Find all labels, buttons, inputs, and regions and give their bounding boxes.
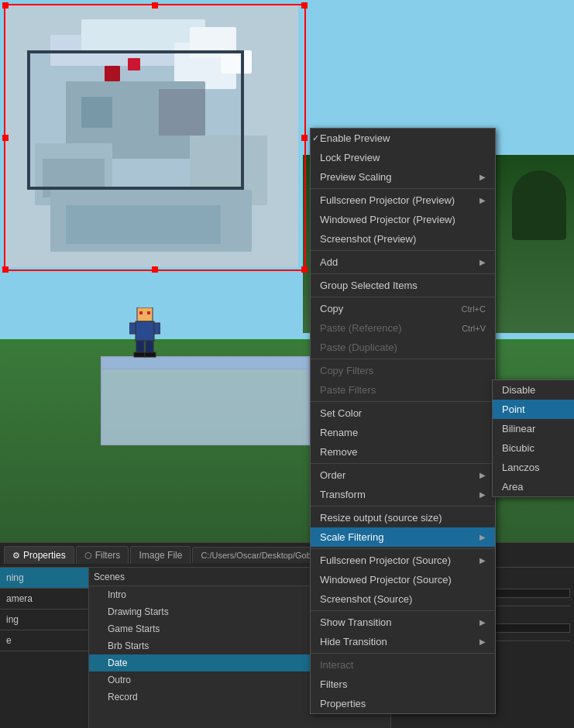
menu-interact[interactable]: Interact [311, 655, 495, 675]
menu-hide-transition[interactable]: Hide Transition ▶ [311, 632, 495, 651]
svg-rect-7 [105, 66, 120, 81]
svg-rect-29 [134, 352, 145, 357]
svg-rect-8 [128, 58, 140, 70]
sidebar-item-e[interactable]: e [0, 630, 88, 651]
menu-order[interactable]: Order ▶ [311, 465, 495, 485]
menu-enable-preview[interactable]: Enable Preview [311, 129, 495, 148]
submenu-item-point[interactable]: Point [493, 400, 574, 419]
svg-rect-17 [27, 50, 30, 190]
submenu-arrow-scaling: ▶ [479, 173, 486, 181]
menu-filters[interactable]: Filters [311, 675, 495, 694]
menu-sep-6 [311, 401, 495, 402]
pixel-art-area [4, 4, 298, 267]
menu-windowed-source[interactable]: Windowed Projector (Source) [311, 570, 495, 589]
menu-paste-filters[interactable]: Paste Filters [311, 380, 495, 400]
submenu-scale-filtering: Disable Point Bilinear Bicubic Lanczos A… [492, 379, 574, 497]
submenu-arrow-show-trans: ▶ [479, 618, 486, 627]
tab-filters[interactable]: ⬡ Filters [76, 546, 129, 564]
submenu-item-bicubic[interactable]: Bicubic [493, 438, 574, 458]
menu-sep-8 [311, 506, 495, 507]
menu-properties[interactable]: Properties [311, 694, 495, 713]
menu-transform[interactable]: Transform ▶ [311, 485, 495, 504]
menu-sep-9 [311, 548, 495, 549]
menu-resize-output[interactable]: Resize output (source size) [311, 508, 495, 527]
menu-preview-scaling[interactable]: Preview Scaling ▶ [311, 167, 495, 187]
filter-icon: ⬡ [84, 551, 92, 561]
menu-sep-1 [311, 188, 495, 189]
menu-show-transition[interactable]: Show Transition ▶ [311, 613, 495, 632]
svg-rect-16 [66, 205, 221, 244]
menu-screenshot-source[interactable]: Screenshot (Source) [311, 589, 495, 609]
menu-sep-4 [311, 297, 495, 297]
menu-add[interactable]: Add ▶ [311, 252, 495, 272]
menu-group-selected[interactable]: Group Selected Items [311, 276, 495, 295]
svg-rect-19 [27, 50, 244, 53]
menu-sep-11 [311, 653, 495, 654]
character-sprite [129, 307, 160, 360]
menu-sep-5 [311, 359, 495, 359]
menu-paste-ref[interactable]: Paste (Reference) Ctrl+V [311, 318, 495, 338]
tab-path[interactable]: C:/Users/Oscar/Desktop/Gobl [192, 547, 321, 563]
menu-fullscreen-source[interactable]: Fullscreen Projector (Source) ▶ [311, 551, 495, 570]
svg-rect-22 [139, 311, 143, 314]
menu-set-color[interactable]: Set Color [311, 403, 495, 423]
svg-rect-11 [159, 89, 205, 136]
svg-rect-30 [145, 352, 156, 357]
svg-rect-10 [81, 97, 112, 128]
context-menu: Enable Preview Lock Preview Preview Scal… [310, 128, 496, 714]
menu-windowed-preview[interactable]: Windowed Projector (Preview) [311, 210, 495, 229]
submenu-arrow-hide-trans: ▶ [479, 637, 486, 646]
pixel-sprite-svg [4, 4, 298, 267]
menu-paste-dup[interactable]: Paste (Duplicate) [311, 338, 495, 357]
sidebar-item-ing[interactable]: ing [0, 610, 88, 630]
submenu-arrow-fs: ▶ [479, 196, 486, 204]
submenu-arrow-scale: ▶ [479, 533, 486, 541]
menu-copy[interactable]: Copy Ctrl+C [311, 299, 495, 318]
menu-screenshot-preview[interactable]: Screenshot (Preview) [311, 229, 495, 249]
submenu-item-lanczos[interactable]: Lanczos [493, 458, 574, 477]
submenu-arrow-add: ▶ [479, 258, 486, 266]
submenu-item-area[interactable]: Area [493, 477, 574, 496]
platform [101, 356, 310, 445]
svg-rect-26 [154, 323, 160, 334]
menu-remove[interactable]: Remove [311, 442, 495, 462]
menu-sep-2 [311, 250, 495, 251]
menu-sep-3 [311, 273, 495, 274]
svg-rect-6 [221, 50, 252, 74]
sidebar-item-amera[interactable]: amera [0, 589, 88, 610]
menu-rename[interactable]: Rename [311, 423, 495, 442]
tab-properties[interactable]: ⚙ Properties [4, 546, 74, 564]
menu-fullscreen-preview[interactable]: Fullscreen Projector (Preview) ▶ [311, 191, 495, 210]
submenu-item-disable[interactable]: Disable [493, 380, 574, 400]
svg-rect-23 [147, 311, 150, 314]
menu-sep-7 [311, 463, 495, 464]
svg-rect-20 [27, 187, 244, 190]
menu-scale-filtering[interactable]: Scale Filtering ▶ [311, 527, 495, 547]
svg-rect-24 [136, 321, 154, 341]
menu-sep-10 [311, 610, 495, 611]
tab-image-file[interactable]: Image File [130, 546, 191, 564]
submenu-arrow-fss: ▶ [479, 556, 486, 565]
svg-rect-25 [129, 323, 136, 334]
sidebar-item-ning[interactable]: ning [0, 568, 88, 589]
submenu-arrow-order: ▶ [479, 471, 486, 479]
submenu-arrow-transform: ▶ [479, 490, 486, 499]
left-sidebar: ning amera ing e [0, 568, 89, 728]
svg-rect-18 [241, 50, 244, 190]
character-svg [129, 307, 160, 358]
gear-icon: ⚙ [12, 551, 20, 561]
submenu-item-bilinear[interactable]: Bilinear [493, 419, 574, 438]
menu-copy-filters[interactable]: Copy Filters [311, 361, 495, 380]
menu-lock-preview[interactable]: Lock Preview [311, 148, 495, 167]
